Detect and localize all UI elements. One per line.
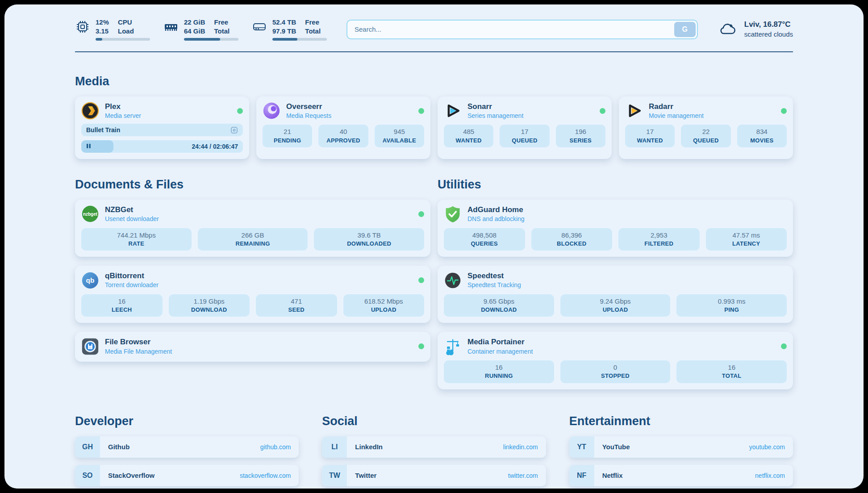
sonarr-stat-series: 196 SERIES <box>556 125 605 147</box>
plex-icon <box>81 102 99 120</box>
filebrowser-icon <box>81 338 99 355</box>
bookmark-name: Netflix <box>594 465 623 486</box>
disk-free-value: 52.4 TB <box>272 18 296 27</box>
overseerr-stat-available: 945 AVAILABLE <box>375 125 424 147</box>
adguard-icon <box>444 205 462 223</box>
bookmark-name: YouTube <box>594 436 630 458</box>
search-provider-button[interactable]: G <box>674 22 696 37</box>
bookmark-url: twitter.com <box>508 465 546 486</box>
bookmark-group-entertainment: Entertainment YT YouTube youtube.com NF … <box>569 414 793 489</box>
bookmark-netflix[interactable]: NF Netflix netflix.com <box>569 465 793 486</box>
qbittorrent-stat-download: 1.19 Gbps DOWNLOAD <box>169 294 250 317</box>
speedtest-icon <box>444 272 462 289</box>
section-title-social: Social <box>322 414 546 428</box>
bookmark-abbr: TW <box>322 465 347 486</box>
bookmark-abbr: GH <box>75 436 100 458</box>
bookmark-linkedin[interactable]: LI LinkedIn linkedin.com <box>322 436 546 458</box>
bookmark-group-social: Social LI LinkedIn linkedin.com TW Twitt… <box>322 414 546 489</box>
card-speedtest[interactable]: Speedtest Speedtest Tracking 9.65 Gbps D… <box>438 266 793 323</box>
nzbget-icon: nzbget <box>81 205 99 223</box>
memory-free-label: Free <box>214 18 230 27</box>
cpu-value: 12% <box>96 18 109 27</box>
memory-widget: 22 GiB 64 GiB Free Total <box>163 18 238 41</box>
radarr-subtitle: Movie management <box>649 112 704 120</box>
plex-now-playing-row: Bullet Train <box>81 124 243 136</box>
nzbget-stat-rate: 744.21 Mbps RATE <box>81 228 192 251</box>
card-overseerr[interactable]: Overseerr Media Requests 21 PENDING 40 A… <box>256 96 430 159</box>
section-title-entertainment: Entertainment <box>569 414 793 428</box>
bookmark-group-developer: Developer GH Github github.com SO StackO… <box>75 414 299 489</box>
qbittorrent-stat-leech: 16 LEECH <box>81 294 163 317</box>
cpu-progress <box>96 38 150 41</box>
overseerr-icon <box>263 102 280 120</box>
disk-total-value: 97.9 TB <box>272 27 296 36</box>
overseerr-status-dot <box>418 108 424 114</box>
sonarr-status-dot <box>600 108 605 114</box>
bookmark-youtube[interactable]: YT YouTube youtube.com <box>569 436 793 458</box>
portainer-subtitle: Container management <box>467 347 533 355</box>
overseerr-title: Overseerr <box>286 102 331 112</box>
pause-icon <box>86 142 91 150</box>
bookmark-abbr: SO <box>75 465 100 486</box>
portainer-title: Media Portainer <box>467 337 533 347</box>
radarr-icon <box>625 102 643 120</box>
section-title-utilities: Utilities <box>438 178 793 192</box>
bookmark-name: Twitter <box>347 465 376 486</box>
section-title-media: Media <box>75 75 793 88</box>
disk-progress <box>272 38 327 41</box>
radarr-stat-wanted: 17 WANTED <box>625 125 675 147</box>
filebrowser-subtitle: Media File Management <box>105 347 172 355</box>
radarr-status-dot <box>781 108 787 114</box>
bookmark-url: github.com <box>260 436 299 458</box>
card-adguard[interactable]: AdGuard Home DNS and adblocking 498,508 … <box>438 200 793 257</box>
bookmark-twitter[interactable]: TW Twitter twitter.com <box>322 465 546 486</box>
sonarr-stat-wanted: 485 WANTED <box>444 125 493 147</box>
search-input[interactable] <box>347 25 674 33</box>
qbittorrent-stat-seed: 471 SEED <box>256 294 337 317</box>
speedtest-stat-ping: 0.993 ms PING <box>676 294 787 317</box>
radarr-stat-queued: 22 QUEUED <box>681 125 730 147</box>
nzbget-subtitle: Usenet downloader <box>105 215 159 223</box>
card-qbittorrent[interactable]: qb qBittorrent Torrent downloader 16 LEE… <box>75 266 430 323</box>
cpu-load-value: 3.15 <box>96 27 109 36</box>
card-portainer[interactable]: Media Portainer Container management 16 … <box>438 332 793 389</box>
cpu-label: CPU <box>118 18 134 27</box>
bookmark-github[interactable]: GH Github github.com <box>75 436 299 458</box>
qbittorrent-subtitle: Torrent downloader <box>105 281 159 289</box>
ram-icon <box>163 19 179 34</box>
memory-progress <box>184 38 238 41</box>
cpu-icon <box>75 19 90 34</box>
plex-title: Plex <box>105 102 141 112</box>
resource-widgets: 12% 3.15 CPU Load <box>75 18 327 41</box>
card-sonarr[interactable]: Sonarr Series management 485 WANTED 17 Q… <box>438 96 612 159</box>
overseerr-stat-approved: 40 APPROVED <box>318 125 368 147</box>
sonarr-subtitle: Series management <box>467 112 523 120</box>
adguard-stat-latency: 47.57 ms LATENCY <box>706 228 787 251</box>
qbittorrent-status-dot <box>418 277 424 283</box>
filebrowser-status-dot <box>418 343 424 349</box>
portainer-stat-stopped: 0 STOPPED <box>560 360 671 383</box>
overseerr-subtitle: Media Requests <box>286 112 331 120</box>
plex-playback-time: 24:44 / 02:06:47 <box>192 143 238 150</box>
section-title-developer: Developer <box>75 414 299 428</box>
search-bar: G <box>346 20 698 39</box>
bookmark-name: LinkedIn <box>347 436 383 458</box>
bookmark-abbr: LI <box>322 436 347 458</box>
bookmark-stackoverflow[interactable]: SO StackOverflow stackoverflow.com <box>75 465 299 486</box>
radarr-stat-movies: 834 MOVIES <box>737 125 787 147</box>
card-nzbget[interactable]: nzbget NZBGet Usenet downloader 744.21 M… <box>75 200 430 257</box>
card-plex[interactable]: Plex Media server Bullet Train <box>75 96 249 159</box>
plex-now-playing-title: Bullet Train <box>86 126 120 134</box>
bookmark-abbr: YT <box>569 436 594 458</box>
sonarr-stat-queued: 17 QUEUED <box>500 125 549 147</box>
bookmark-name: StackOverflow <box>100 465 154 486</box>
adguard-stat-queries: 498,508 QUERIES <box>444 228 525 251</box>
card-filebrowser[interactable]: File Browser Media File Management <box>75 332 430 361</box>
plex-status-dot <box>237 108 243 114</box>
bookmark-url: youtube.com <box>749 436 793 458</box>
overseerr-stat-pending: 21 PENDING <box>263 125 312 147</box>
weather-location-temp: Lviv, 16.87°C <box>744 20 793 30</box>
card-radarr[interactable]: Radarr Movie management 17 WANTED 22 QUE… <box>619 96 793 159</box>
svg-text:nzbget: nzbget <box>83 212 98 217</box>
speedtest-stat-download: 9.65 Gbps DOWNLOAD <box>444 294 554 317</box>
